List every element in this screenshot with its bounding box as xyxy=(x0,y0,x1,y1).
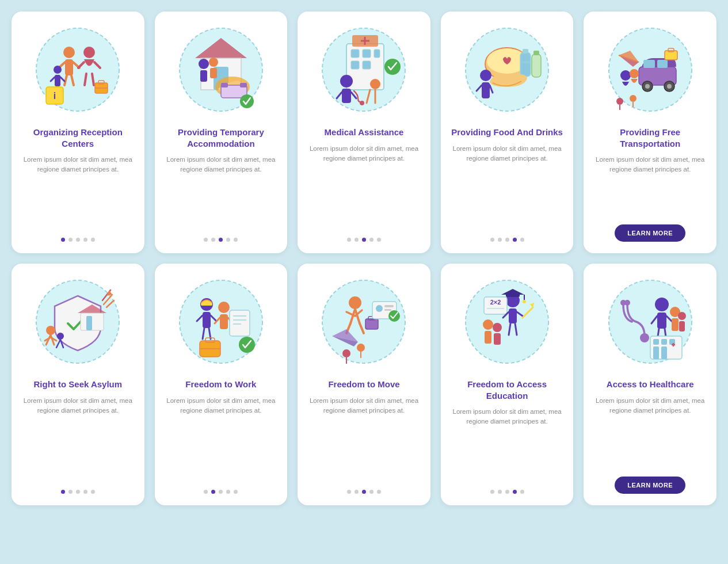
svg-point-127 xyxy=(349,296,361,309)
svg-rect-3 xyxy=(65,59,73,75)
svg-point-35 xyxy=(240,94,254,108)
card-medical-title: Medical Assistance xyxy=(325,127,404,138)
svg-rect-64 xyxy=(533,51,539,55)
card-accommodation: Providing Temporary Accommodation Lorem … xyxy=(155,12,288,253)
card-food: Providing Food And Drinks Lorem ipsum do… xyxy=(441,12,574,253)
card-asylum: Right to Seek Asylum Lorem ipsum dolor s… xyxy=(12,264,144,505)
card-asylum-illustration xyxy=(29,273,127,371)
svg-point-168 xyxy=(640,333,649,342)
dot-2 xyxy=(68,238,73,242)
dot-4 xyxy=(226,238,230,242)
svg-point-13 xyxy=(54,66,62,74)
dot-5 xyxy=(234,238,238,242)
svg-point-80 xyxy=(630,69,639,78)
dot-2 xyxy=(498,490,502,494)
svg-rect-186 xyxy=(661,346,667,359)
svg-rect-62 xyxy=(520,61,531,63)
dot-1 xyxy=(204,238,208,242)
svg-rect-138 xyxy=(384,305,394,307)
card-education-body: Lorem ipsum dolor sit dim amet, mea regi… xyxy=(449,407,566,482)
dot-2 xyxy=(355,490,359,494)
dot-2 xyxy=(498,238,502,242)
svg-text:i: i xyxy=(54,91,56,101)
dot-3 xyxy=(219,490,223,494)
dot-3 xyxy=(219,238,223,242)
svg-rect-183 xyxy=(661,339,667,345)
svg-rect-107 xyxy=(201,303,212,306)
svg-point-137 xyxy=(376,305,383,312)
svg-rect-31 xyxy=(210,68,217,78)
svg-point-113 xyxy=(218,302,230,313)
svg-rect-155 xyxy=(509,308,517,323)
svg-rect-185 xyxy=(653,346,659,359)
card-medical-illustration xyxy=(315,21,413,119)
dot-5 xyxy=(234,490,238,494)
svg-rect-66 xyxy=(482,82,490,98)
card-transport-learn-more-button[interactable]: LEARN MORE xyxy=(615,224,685,242)
svg-point-77 xyxy=(667,84,672,89)
svg-point-65 xyxy=(480,70,491,81)
card-reception-illustration: i xyxy=(29,21,127,119)
dot-2 xyxy=(211,238,215,242)
card-medical-body: Lorem ipsum dolor sit dim amet, mea regi… xyxy=(306,144,422,230)
svg-rect-114 xyxy=(220,314,228,329)
dot-4 xyxy=(513,238,517,242)
card-move: Freedom to Move Lorem ipsum dolor sit di… xyxy=(298,264,430,505)
svg-point-75 xyxy=(645,84,650,89)
svg-point-97 xyxy=(57,333,64,340)
card-work-title: Freedom to Work xyxy=(185,379,256,390)
card-education-dots xyxy=(490,490,524,494)
card-work-body: Lorem ipsum dolor sit dim amet, mea regi… xyxy=(163,396,280,482)
svg-rect-163 xyxy=(494,333,501,345)
svg-rect-117 xyxy=(230,310,250,336)
dot-2 xyxy=(68,490,73,494)
card-healthcare-body: Lorem ipsum dolor sit dim amet, mea regi… xyxy=(592,396,708,469)
svg-point-30 xyxy=(209,58,218,67)
card-asylum-body: Lorem ipsum dolor sit dim amet, mea regi… xyxy=(20,396,136,482)
dot-3 xyxy=(362,238,366,242)
card-transport-title: Providing Free Transportation xyxy=(592,127,708,149)
card-transport-body: Lorem ipsum dolor sit dim amet, mea regi… xyxy=(592,155,708,216)
dot-2 xyxy=(211,490,215,494)
dot-4 xyxy=(83,238,87,242)
card-work: Freedom to Work Lorem ipsum dolor sit di… xyxy=(155,264,288,505)
dot-4 xyxy=(513,490,517,494)
card-accommodation-body: Lorem ipsum dolor sit dim amet, mea regi… xyxy=(163,155,280,230)
svg-rect-178 xyxy=(672,318,679,331)
dot-4 xyxy=(226,490,230,494)
card-work-illustration xyxy=(172,273,270,371)
svg-point-143 xyxy=(357,344,365,352)
card-accommodation-title: Providing Temporary Accommodation xyxy=(163,127,280,149)
card-education-illustration: 2×2 xyxy=(458,273,556,371)
svg-point-81 xyxy=(616,98,623,105)
dot-4 xyxy=(369,490,373,494)
dot-1 xyxy=(204,490,208,494)
card-move-title: Freedom to Move xyxy=(328,379,399,390)
svg-rect-180 xyxy=(679,321,685,331)
dot-3 xyxy=(362,490,366,494)
svg-rect-63 xyxy=(532,54,541,77)
dot-3 xyxy=(505,490,509,494)
svg-rect-33 xyxy=(221,83,228,87)
svg-point-8 xyxy=(83,47,95,58)
svg-rect-172 xyxy=(657,313,666,329)
svg-point-2 xyxy=(63,47,75,58)
svg-rect-14 xyxy=(55,75,60,86)
dot-1 xyxy=(347,490,351,494)
svg-rect-139 xyxy=(384,309,391,311)
card-healthcare-learn-more-button[interactable]: LEARN MORE xyxy=(615,477,685,494)
svg-rect-108 xyxy=(203,312,211,328)
card-asylum-dots xyxy=(61,490,95,494)
svg-rect-44 xyxy=(374,49,380,58)
card-medical-dots xyxy=(347,238,381,242)
svg-point-141 xyxy=(342,349,350,357)
svg-rect-45 xyxy=(351,61,359,69)
dot-5 xyxy=(91,490,95,494)
card-food-title: Providing Food And Drinks xyxy=(451,127,563,138)
svg-rect-34 xyxy=(240,83,247,87)
card-reception-body: Lorem ipsum dolor sit dim amet, mea regi… xyxy=(20,155,136,230)
svg-point-54 xyxy=(360,101,364,105)
card-move-dots xyxy=(347,490,381,494)
dot-5 xyxy=(91,238,95,242)
card-accommodation-dots xyxy=(204,238,238,242)
